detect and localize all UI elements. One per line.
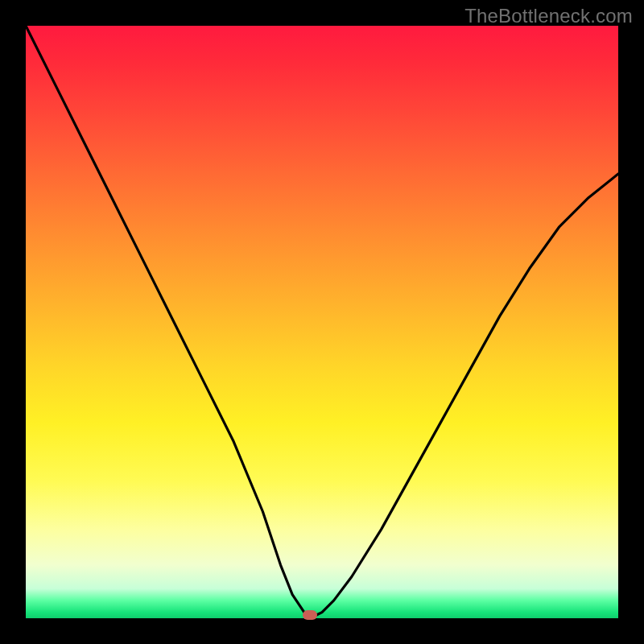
plot-area: [26, 26, 618, 618]
bottleneck-curve: [26, 26, 618, 618]
minimum-marker: [303, 610, 317, 620]
chart-frame: TheBottleneck.com: [0, 0, 644, 644]
curve-polyline: [26, 26, 618, 618]
watermark-text: TheBottleneck.com: [464, 5, 633, 27]
